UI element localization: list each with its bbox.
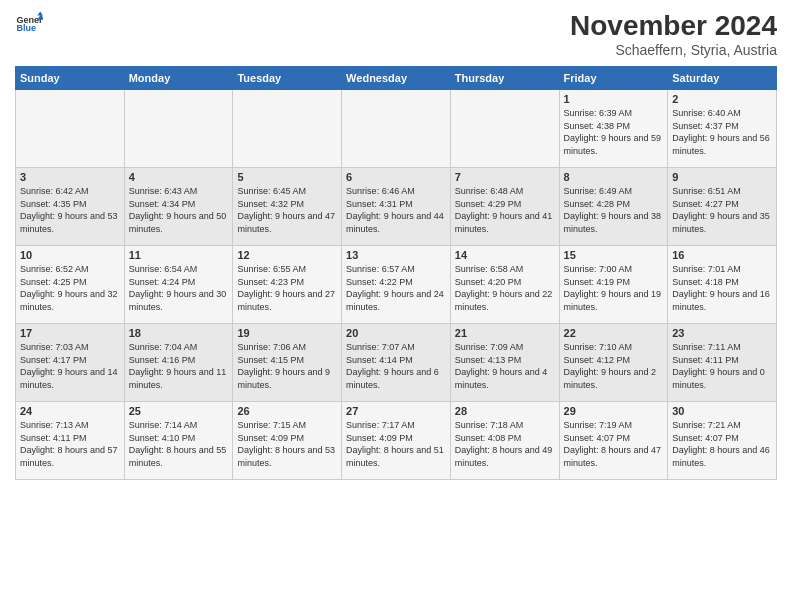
calendar-cell: 21Sunrise: 7:09 AM Sunset: 4:13 PM Dayli…: [450, 324, 559, 402]
day-number: 26: [237, 405, 337, 417]
day-number: 19: [237, 327, 337, 339]
day-number: 18: [129, 327, 229, 339]
day-number: 12: [237, 249, 337, 261]
calendar-cell: 7Sunrise: 6:48 AM Sunset: 4:29 PM Daylig…: [450, 168, 559, 246]
day-info: Sunrise: 6:49 AM Sunset: 4:28 PM Dayligh…: [564, 185, 664, 235]
day-info: Sunrise: 6:55 AM Sunset: 4:23 PM Dayligh…: [237, 263, 337, 313]
day-info: Sunrise: 7:00 AM Sunset: 4:19 PM Dayligh…: [564, 263, 664, 313]
day-info: Sunrise: 7:07 AM Sunset: 4:14 PM Dayligh…: [346, 341, 446, 391]
calendar-cell: 15Sunrise: 7:00 AM Sunset: 4:19 PM Dayli…: [559, 246, 668, 324]
day-number: 3: [20, 171, 120, 183]
day-number: 7: [455, 171, 555, 183]
day-number: 22: [564, 327, 664, 339]
main-container: General Blue November 2024 Schaeffern, S…: [0, 0, 792, 612]
calendar-cell: [450, 90, 559, 168]
day-info: Sunrise: 7:18 AM Sunset: 4:08 PM Dayligh…: [455, 419, 555, 469]
day-number: 2: [672, 93, 772, 105]
svg-text:Blue: Blue: [16, 23, 36, 33]
day-number: 8: [564, 171, 664, 183]
calendar-week-1: 1Sunrise: 6:39 AM Sunset: 4:38 PM Daylig…: [16, 90, 777, 168]
calendar-cell: 11Sunrise: 6:54 AM Sunset: 4:24 PM Dayli…: [124, 246, 233, 324]
calendar-cell: 16Sunrise: 7:01 AM Sunset: 4:18 PM Dayli…: [668, 246, 777, 324]
calendar-cell: 24Sunrise: 7:13 AM Sunset: 4:11 PM Dayli…: [16, 402, 125, 480]
day-info: Sunrise: 6:42 AM Sunset: 4:35 PM Dayligh…: [20, 185, 120, 235]
calendar-table: Sunday Monday Tuesday Wednesday Thursday…: [15, 66, 777, 480]
day-number: 24: [20, 405, 120, 417]
col-friday: Friday: [559, 67, 668, 90]
calendar-cell: 9Sunrise: 6:51 AM Sunset: 4:27 PM Daylig…: [668, 168, 777, 246]
col-tuesday: Tuesday: [233, 67, 342, 90]
title-block: November 2024 Schaeffern, Styria, Austri…: [570, 10, 777, 58]
logo: General Blue: [15, 10, 43, 38]
header: General Blue November 2024 Schaeffern, S…: [15, 10, 777, 58]
day-info: Sunrise: 7:03 AM Sunset: 4:17 PM Dayligh…: [20, 341, 120, 391]
calendar-cell: 5Sunrise: 6:45 AM Sunset: 4:32 PM Daylig…: [233, 168, 342, 246]
day-info: Sunrise: 7:09 AM Sunset: 4:13 PM Dayligh…: [455, 341, 555, 391]
day-number: 23: [672, 327, 772, 339]
col-monday: Monday: [124, 67, 233, 90]
calendar-cell: 26Sunrise: 7:15 AM Sunset: 4:09 PM Dayli…: [233, 402, 342, 480]
calendar-week-2: 3Sunrise: 6:42 AM Sunset: 4:35 PM Daylig…: [16, 168, 777, 246]
calendar-cell: 25Sunrise: 7:14 AM Sunset: 4:10 PM Dayli…: [124, 402, 233, 480]
col-thursday: Thursday: [450, 67, 559, 90]
day-info: Sunrise: 7:17 AM Sunset: 4:09 PM Dayligh…: [346, 419, 446, 469]
col-sunday: Sunday: [16, 67, 125, 90]
day-number: 29: [564, 405, 664, 417]
day-number: 15: [564, 249, 664, 261]
calendar-cell: 1Sunrise: 6:39 AM Sunset: 4:38 PM Daylig…: [559, 90, 668, 168]
calendar-cell: 30Sunrise: 7:21 AM Sunset: 4:07 PM Dayli…: [668, 402, 777, 480]
main-title: November 2024: [570, 10, 777, 42]
day-number: 27: [346, 405, 446, 417]
day-number: 6: [346, 171, 446, 183]
day-info: Sunrise: 6:58 AM Sunset: 4:20 PM Dayligh…: [455, 263, 555, 313]
day-info: Sunrise: 7:21 AM Sunset: 4:07 PM Dayligh…: [672, 419, 772, 469]
calendar-cell: 17Sunrise: 7:03 AM Sunset: 4:17 PM Dayli…: [16, 324, 125, 402]
calendar-cell: 23Sunrise: 7:11 AM Sunset: 4:11 PM Dayli…: [668, 324, 777, 402]
day-info: Sunrise: 6:57 AM Sunset: 4:22 PM Dayligh…: [346, 263, 446, 313]
day-info: Sunrise: 7:06 AM Sunset: 4:15 PM Dayligh…: [237, 341, 337, 391]
calendar-cell: 20Sunrise: 7:07 AM Sunset: 4:14 PM Dayli…: [342, 324, 451, 402]
calendar-cell: 22Sunrise: 7:10 AM Sunset: 4:12 PM Dayli…: [559, 324, 668, 402]
subtitle: Schaeffern, Styria, Austria: [570, 42, 777, 58]
day-info: Sunrise: 7:19 AM Sunset: 4:07 PM Dayligh…: [564, 419, 664, 469]
day-info: Sunrise: 7:13 AM Sunset: 4:11 PM Dayligh…: [20, 419, 120, 469]
calendar-cell: [342, 90, 451, 168]
day-number: 4: [129, 171, 229, 183]
day-info: Sunrise: 6:40 AM Sunset: 4:37 PM Dayligh…: [672, 107, 772, 157]
day-info: Sunrise: 7:11 AM Sunset: 4:11 PM Dayligh…: [672, 341, 772, 391]
day-number: 20: [346, 327, 446, 339]
calendar-week-4: 17Sunrise: 7:03 AM Sunset: 4:17 PM Dayli…: [16, 324, 777, 402]
day-number: 21: [455, 327, 555, 339]
calendar-cell: 6Sunrise: 6:46 AM Sunset: 4:31 PM Daylig…: [342, 168, 451, 246]
day-number: 25: [129, 405, 229, 417]
calendar-cell: [16, 90, 125, 168]
day-info: Sunrise: 6:39 AM Sunset: 4:38 PM Dayligh…: [564, 107, 664, 157]
day-info: Sunrise: 7:14 AM Sunset: 4:10 PM Dayligh…: [129, 419, 229, 469]
day-info: Sunrise: 6:48 AM Sunset: 4:29 PM Dayligh…: [455, 185, 555, 235]
col-wednesday: Wednesday: [342, 67, 451, 90]
calendar-cell: 10Sunrise: 6:52 AM Sunset: 4:25 PM Dayli…: [16, 246, 125, 324]
day-number: 17: [20, 327, 120, 339]
day-number: 10: [20, 249, 120, 261]
calendar-week-5: 24Sunrise: 7:13 AM Sunset: 4:11 PM Dayli…: [16, 402, 777, 480]
calendar-cell: [124, 90, 233, 168]
day-number: 28: [455, 405, 555, 417]
day-info: Sunrise: 6:54 AM Sunset: 4:24 PM Dayligh…: [129, 263, 229, 313]
calendar-cell: 27Sunrise: 7:17 AM Sunset: 4:09 PM Dayli…: [342, 402, 451, 480]
day-number: 1: [564, 93, 664, 105]
day-info: Sunrise: 6:43 AM Sunset: 4:34 PM Dayligh…: [129, 185, 229, 235]
day-number: 11: [129, 249, 229, 261]
day-number: 9: [672, 171, 772, 183]
day-number: 16: [672, 249, 772, 261]
day-number: 5: [237, 171, 337, 183]
calendar-cell: 13Sunrise: 6:57 AM Sunset: 4:22 PM Dayli…: [342, 246, 451, 324]
logo-icon: General Blue: [15, 10, 43, 38]
calendar-cell: [233, 90, 342, 168]
calendar-cell: 3Sunrise: 6:42 AM Sunset: 4:35 PM Daylig…: [16, 168, 125, 246]
calendar-cell: 12Sunrise: 6:55 AM Sunset: 4:23 PM Dayli…: [233, 246, 342, 324]
calendar-cell: 29Sunrise: 7:19 AM Sunset: 4:07 PM Dayli…: [559, 402, 668, 480]
day-info: Sunrise: 6:52 AM Sunset: 4:25 PM Dayligh…: [20, 263, 120, 313]
calendar-cell: 4Sunrise: 6:43 AM Sunset: 4:34 PM Daylig…: [124, 168, 233, 246]
day-info: Sunrise: 7:10 AM Sunset: 4:12 PM Dayligh…: [564, 341, 664, 391]
day-info: Sunrise: 7:15 AM Sunset: 4:09 PM Dayligh…: [237, 419, 337, 469]
